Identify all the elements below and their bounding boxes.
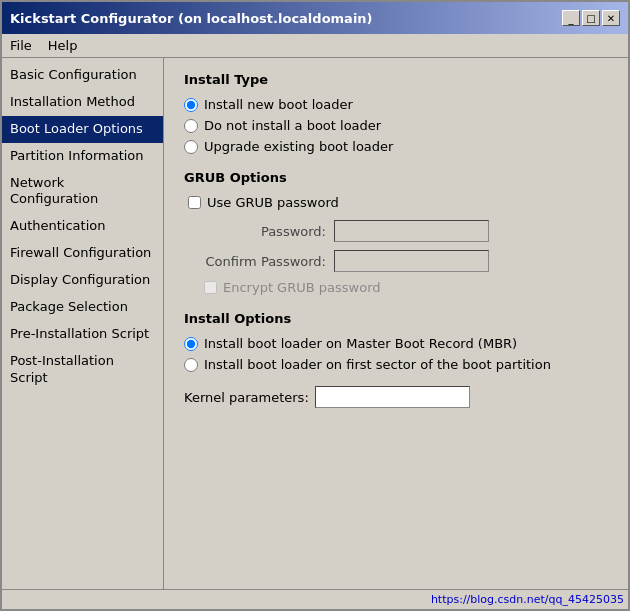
radio-row-none: Do not install a boot loader bbox=[184, 118, 608, 133]
encrypt-grub-row: Encrypt GRUB password bbox=[204, 280, 608, 295]
main-window: Kickstart Configurator (on localhost.loc… bbox=[0, 0, 630, 611]
radio-new-boot-loader-label: Install new boot loader bbox=[204, 97, 353, 112]
use-grub-password-checkbox[interactable] bbox=[188, 196, 201, 209]
sidebar-item-display-config[interactable]: Display Configuration bbox=[2, 267, 163, 294]
sidebar: Basic Configuration Installation Method … bbox=[2, 58, 164, 589]
radio-row-mbr: Install boot loader on Master Boot Recor… bbox=[184, 336, 608, 351]
sidebar-item-authentication[interactable]: Authentication bbox=[2, 213, 163, 240]
radio-upgrade-boot-loader-label: Upgrade existing boot loader bbox=[204, 139, 393, 154]
password-input[interactable] bbox=[334, 220, 489, 242]
install-type-group: Install new boot loader Do not install a… bbox=[184, 97, 608, 154]
grub-options-section: GRUB Options Use GRUB password Password:… bbox=[184, 170, 608, 295]
sidebar-item-network-config[interactable]: Network Configuration bbox=[2, 170, 163, 214]
kernel-parameters-row: Kernel parameters: bbox=[184, 386, 608, 408]
radio-row-upgrade: Upgrade existing boot loader bbox=[184, 139, 608, 154]
password-row: Password: bbox=[204, 220, 608, 242]
kernel-parameters-input[interactable] bbox=[315, 386, 470, 408]
use-grub-password-row: Use GRUB password bbox=[188, 195, 608, 210]
menu-help[interactable]: Help bbox=[40, 36, 86, 55]
encrypt-grub-checkbox[interactable] bbox=[204, 281, 217, 294]
status-url: https://blog.csdn.net/qq_45425035 bbox=[431, 593, 624, 606]
install-options-section: Install Options Install boot loader on M… bbox=[184, 311, 608, 372]
close-button[interactable]: ✕ bbox=[602, 10, 620, 26]
radio-row-first-sector: Install boot loader on first sector of t… bbox=[184, 357, 608, 372]
use-grub-password-label: Use GRUB password bbox=[207, 195, 339, 210]
radio-upgrade-boot-loader[interactable] bbox=[184, 140, 198, 154]
radio-first-sector[interactable] bbox=[184, 358, 198, 372]
menu-bar: File Help bbox=[2, 34, 628, 58]
menu-file[interactable]: File bbox=[2, 36, 40, 55]
title-bar: Kickstart Configurator (on localhost.loc… bbox=[2, 2, 628, 34]
install-options-title: Install Options bbox=[184, 311, 608, 326]
title-bar-buttons: _ □ ✕ bbox=[562, 10, 620, 26]
minimize-button[interactable]: _ bbox=[562, 10, 580, 26]
sidebar-item-installation-method[interactable]: Installation Method bbox=[2, 89, 163, 116]
window-title: Kickstart Configurator (on localhost.loc… bbox=[10, 11, 373, 26]
radio-mbr[interactable] bbox=[184, 337, 198, 351]
password-label: Password: bbox=[204, 224, 334, 239]
radio-first-sector-label: Install boot loader on first sector of t… bbox=[204, 357, 551, 372]
sidebar-item-post-install-script[interactable]: Post-Installation Script bbox=[2, 348, 163, 392]
install-type-title: Install Type bbox=[184, 72, 608, 87]
kernel-parameters-label: Kernel parameters: bbox=[184, 390, 309, 405]
radio-mbr-label: Install boot loader on Master Boot Recor… bbox=[204, 336, 517, 351]
grub-options-title: GRUB Options bbox=[184, 170, 608, 185]
sidebar-item-basic-config[interactable]: Basic Configuration bbox=[2, 62, 163, 89]
radio-row-new: Install new boot loader bbox=[184, 97, 608, 112]
sidebar-item-package-selection[interactable]: Package Selection bbox=[2, 294, 163, 321]
sidebar-item-boot-loader-options[interactable]: Boot Loader Options bbox=[2, 116, 163, 143]
radio-new-boot-loader[interactable] bbox=[184, 98, 198, 112]
maximize-button[interactable]: □ bbox=[582, 10, 600, 26]
sidebar-item-partition-info[interactable]: Partition Information bbox=[2, 143, 163, 170]
confirm-password-label: Confirm Password: bbox=[204, 254, 334, 269]
sidebar-item-firewall-config[interactable]: Firewall Configuration bbox=[2, 240, 163, 267]
main-content: Basic Configuration Installation Method … bbox=[2, 58, 628, 589]
encrypt-grub-label: Encrypt GRUB password bbox=[223, 280, 381, 295]
confirm-password-row: Confirm Password: bbox=[204, 250, 608, 272]
radio-no-boot-loader-label: Do not install a boot loader bbox=[204, 118, 381, 133]
content-area: Install Type Install new boot loader Do … bbox=[164, 58, 628, 589]
radio-no-boot-loader[interactable] bbox=[184, 119, 198, 133]
confirm-password-input[interactable] bbox=[334, 250, 489, 272]
sidebar-item-pre-install-script[interactable]: Pre-Installation Script bbox=[2, 321, 163, 348]
status-bar: https://blog.csdn.net/qq_45425035 bbox=[2, 589, 628, 609]
